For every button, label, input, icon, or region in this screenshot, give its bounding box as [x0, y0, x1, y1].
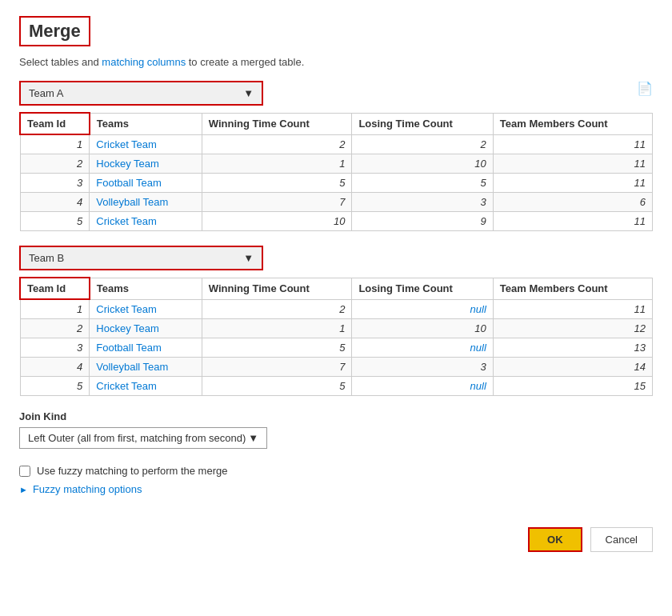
cell-winning: 2: [202, 134, 352, 154]
fuzzy-checkbox-label: Use fuzzy matching to perform the merge: [37, 465, 227, 477]
table-row: 5 Cricket Team 5 null 15: [20, 377, 653, 396]
col-teams-a: Teams: [90, 113, 202, 134]
cell-team[interactable]: Football Team: [90, 338, 202, 358]
cell-losing: 5: [352, 174, 493, 193]
table-b-dropdown-label: Team B: [29, 252, 64, 264]
join-kind-label: Join Kind: [19, 410, 653, 422]
cell-winning: 2: [202, 299, 352, 319]
table-a-dropdown[interactable]: Team A ▼: [19, 81, 263, 106]
cell-losing: 2: [352, 134, 493, 154]
cell-id: 5: [20, 212, 90, 231]
col-members-a: Team Members Count: [493, 113, 652, 134]
table-icon: 📄: [637, 81, 653, 96]
cell-members: 13: [493, 338, 652, 358]
table-row: 1 Cricket Team 2 2 11: [20, 134, 653, 154]
cell-winning: 5: [202, 377, 352, 396]
cell-members: 11: [493, 134, 652, 154]
col-losing-a: Losing Time Count: [352, 113, 493, 134]
table-b-chevron-icon: ▼: [243, 252, 254, 264]
cancel-button[interactable]: Cancel: [590, 527, 653, 552]
cell-team[interactable]: Hockey Team: [90, 319, 202, 338]
table-row: 5 Cricket Team 10 9 11: [20, 212, 653, 231]
cell-team[interactable]: Volleyball Team: [90, 358, 202, 377]
col-winning-b: Winning Time Count: [202, 278, 352, 299]
table-b-section: Team B ▼ Team Id Teams Winning Time Coun…: [19, 246, 653, 396]
table-b: Team Id Teams Winning Time Count Losing …: [19, 277, 653, 396]
cell-losing: 9: [352, 212, 493, 231]
cell-losing: 10: [352, 154, 493, 174]
cell-team[interactable]: Football Team: [90, 174, 202, 193]
footer-buttons: OK Cancel: [19, 527, 653, 560]
dialog-title-box: Merge: [19, 16, 90, 46]
cell-id: 4: [20, 193, 90, 212]
cell-members: 14: [493, 358, 652, 377]
col-team-id-b[interactable]: Team Id: [20, 278, 90, 299]
table-row: 2 Hockey Team 1 10 11: [20, 154, 653, 174]
fuzzy-options-chevron-icon: ►: [19, 485, 28, 494]
cell-losing: 3: [352, 358, 493, 377]
cell-team[interactable]: Cricket Team: [90, 299, 202, 319]
fuzzy-options-link[interactable]: Fuzzy matching options: [33, 483, 142, 495]
fuzzy-checkbox[interactable]: [19, 466, 30, 477]
col-teams-b: Teams: [90, 278, 202, 299]
table-row: 3 Football Team 5 5 11: [20, 174, 653, 193]
cell-winning: 7: [202, 358, 352, 377]
table-a-dropdown-label: Team A: [29, 87, 63, 99]
cell-team[interactable]: Cricket Team: [90, 212, 202, 231]
cell-members: 15: [493, 377, 652, 396]
cell-team[interactable]: Volleyball Team: [90, 193, 202, 212]
subtitle-text: Select tables and matching columns to cr…: [19, 56, 653, 68]
ok-button[interactable]: OK: [528, 527, 582, 552]
cell-id: 5: [20, 377, 90, 396]
table-row: 4 Volleyball Team 7 3 14: [20, 358, 653, 377]
cell-winning: 1: [202, 154, 352, 174]
cell-id: 3: [20, 338, 90, 358]
cell-id: 1: [20, 299, 90, 319]
cell-team[interactable]: Cricket Team: [90, 377, 202, 396]
cell-id: 1: [20, 134, 90, 154]
subtitle-link[interactable]: matching columns: [102, 56, 186, 68]
table-row: 4 Volleyball Team 7 3 6: [20, 193, 653, 212]
col-team-id-a[interactable]: Team Id: [20, 113, 90, 134]
table-b-header-row: Team Id Teams Winning Time Count Losing …: [20, 278, 653, 299]
cell-id: 2: [20, 154, 90, 174]
cell-winning: 7: [202, 193, 352, 212]
cell-losing: 10: [352, 319, 493, 338]
cell-losing: null: [352, 377, 493, 396]
join-kind-dropdown[interactable]: Left Outer (all from first, matching fro…: [19, 427, 267, 449]
table-row: 3 Football Team 5 null 13: [20, 338, 653, 358]
cell-members: 11: [493, 154, 652, 174]
fuzzy-checkbox-row: Use fuzzy matching to perform the merge: [19, 465, 653, 477]
cell-id: 3: [20, 174, 90, 193]
cell-losing: 3: [352, 193, 493, 212]
fuzzy-options-row: ► Fuzzy matching options: [19, 483, 653, 495]
col-losing-b: Losing Time Count: [352, 278, 493, 299]
cell-members: 12: [493, 319, 652, 338]
cell-members: 6: [493, 193, 652, 212]
cell-winning: 10: [202, 212, 352, 231]
table-b-dropdown[interactable]: Team B ▼: [19, 246, 263, 270]
cell-winning: 5: [202, 338, 352, 358]
cell-losing: null: [352, 338, 493, 358]
col-members-b: Team Members Count: [493, 278, 652, 299]
dialog-title: Merge: [29, 21, 81, 42]
cell-id: 2: [20, 319, 90, 338]
cell-winning: 5: [202, 174, 352, 193]
cell-winning: 1: [202, 319, 352, 338]
table-a-chevron-icon: ▼: [243, 87, 254, 99]
table-a-header-row: Team Id Teams Winning Time Count Losing …: [20, 113, 653, 134]
col-winning-a: Winning Time Count: [202, 113, 352, 134]
cell-members: 11: [493, 212, 652, 231]
cell-members: 11: [493, 174, 652, 193]
cell-losing: null: [352, 299, 493, 319]
join-kind-section: Join Kind Left Outer (all from first, ma…: [19, 410, 653, 457]
cell-team[interactable]: Cricket Team: [90, 134, 202, 154]
cell-team[interactable]: Hockey Team: [90, 154, 202, 174]
join-kind-chevron-icon: ▼: [248, 432, 258, 444]
table-a: Team Id Teams Winning Time Count Losing …: [19, 112, 653, 231]
table-row: 1 Cricket Team 2 null 11: [20, 299, 653, 319]
cell-members: 11: [493, 299, 652, 319]
table-a-section: 📄 Team A ▼ Team Id Teams Winning Time Co…: [19, 81, 653, 231]
join-kind-selected: Left Outer (all from first, matching fro…: [28, 432, 246, 444]
cell-id: 4: [20, 358, 90, 377]
